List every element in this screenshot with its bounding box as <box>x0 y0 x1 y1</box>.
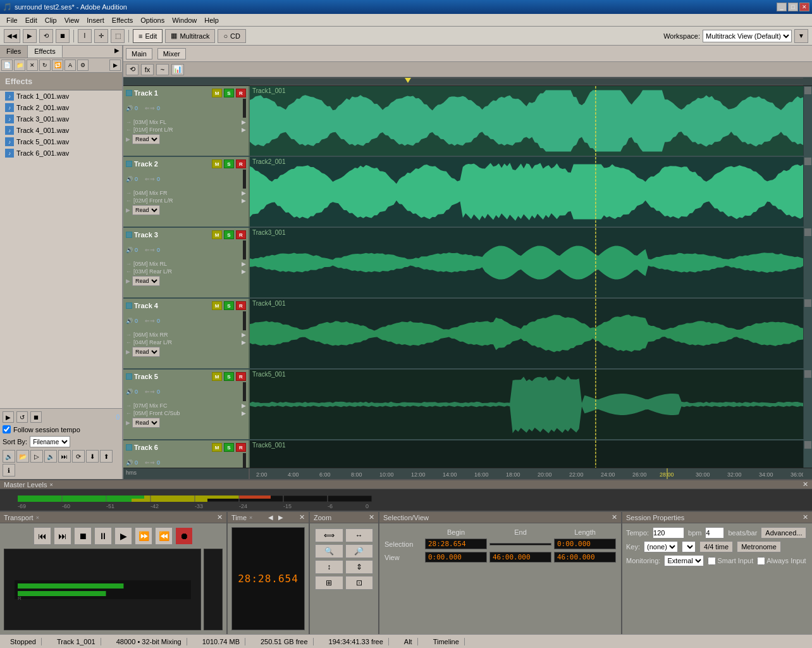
tempo-input[interactable] <box>653 527 684 539</box>
transport-close[interactable]: ✕ <box>217 513 223 521</box>
time-sig-select[interactable]: 4/4 time <box>699 541 733 552</box>
menu-insert[interactable]: Insert <box>83 15 108 25</box>
track-scrollbar-6[interactable] <box>803 440 812 468</box>
session-close[interactable]: ✕ <box>803 513 808 521</box>
file-item[interactable]: ♪ Track 4_001.wav <box>0 125 122 136</box>
tab-effects[interactable]: Effects <box>28 46 62 58</box>
close-btn[interactable]: ✕ <box>799 3 809 11</box>
output1-expand-5[interactable]: ▶ <box>242 402 246 409</box>
record-btn-2[interactable]: R <box>236 159 246 168</box>
track-waveform-1[interactable]: Track1_001 <box>250 86 803 156</box>
file-item[interactable]: ♪ Track 2_001.wav <box>0 102 122 113</box>
go-end-btn[interactable]: ⏭ <box>54 527 71 545</box>
edit-mode-btn[interactable]: ≡ Edit <box>133 29 163 43</box>
track-scrollbar-3[interactable] <box>803 228 812 297</box>
sort-select[interactable]: Filename <box>30 436 70 447</box>
btn-import[interactable]: ⬇ <box>86 450 99 463</box>
time-close[interactable]: ✕ <box>299 513 305 521</box>
selection-close[interactable]: ✕ <box>612 513 617 521</box>
mute-btn-6[interactable]: M <box>212 443 222 452</box>
smart-input-cb[interactable] <box>708 557 716 565</box>
track-waveform-6[interactable]: Track6_001 <box>250 440 803 468</box>
play-btn[interactable]: ▶ <box>3 411 14 423</box>
loop-btn[interactable]: ↺ <box>16 411 28 423</box>
output2-expand-5[interactable]: ▶ <box>242 410 246 416</box>
output2-expand-1[interactable]: ▶ <box>242 127 246 133</box>
stop-btn[interactable]: ⏹ <box>30 411 42 423</box>
menu-view[interactable]: View <box>61 15 83 25</box>
track-waveform-4[interactable]: Track4_001 <box>250 299 803 368</box>
btn-folder[interactable]: 📂 <box>16 450 29 463</box>
menu-clip[interactable]: Clip <box>41 15 61 25</box>
track-scrollbar-2[interactable] <box>803 157 812 227</box>
file-item[interactable]: ♪ Track 6_001.wav <box>0 147 122 159</box>
play-btn[interactable]: ▶ <box>114 527 132 545</box>
mute-btn-5[interactable]: M <box>212 372 222 381</box>
stop-btn[interactable]: ⏹ <box>74 527 92 545</box>
solo-btn-4[interactable]: S <box>224 301 234 310</box>
panel-settings-btn[interactable]: ⚙ <box>77 59 89 71</box>
mode-expand-2[interactable]: ▶ <box>126 207 130 213</box>
output2-expand-4[interactable]: ▶ <box>242 339 246 346</box>
panel-expand-btn[interactable]: ▶ <box>109 59 121 71</box>
mute-btn-2[interactable]: M <box>212 159 222 168</box>
record-btn-1[interactable]: R <box>236 89 246 97</box>
master-levels-close[interactable]: ✕ <box>803 480 808 489</box>
solo-btn-3[interactable]: S <box>224 230 234 239</box>
menu-help[interactable]: Help <box>200 15 223 25</box>
output1-expand-3[interactable]: ▶ <box>242 261 246 267</box>
output1-expand-4[interactable]: ▶ <box>242 332 246 338</box>
zoom-close[interactable]: ✕ <box>369 513 374 521</box>
menu-options[interactable]: Options <box>137 15 168 25</box>
tab-files[interactable]: Files <box>0 46 28 58</box>
solo-btn-5[interactable]: S <box>224 372 234 381</box>
menu-effects[interactable]: Effects <box>108 15 137 25</box>
mode-expand-4[interactable]: ▶ <box>126 349 130 355</box>
fx-btn[interactable]: fx <box>141 64 154 75</box>
menu-window[interactable]: Window <box>168 15 200 25</box>
btn-arrow[interactable]: ▷ <box>30 450 43 463</box>
btn-export[interactable]: ⬆ <box>100 450 113 463</box>
output1-expand-2[interactable]: ▶ <box>242 190 246 196</box>
sel-length[interactable]: 0:00.000 <box>554 539 616 549</box>
record-btn[interactable]: ⏺ <box>175 527 193 545</box>
toolbar-btn-4[interactable]: ⏹ <box>56 29 70 43</box>
panel-close-btn[interactable]: ✕ <box>27 59 38 71</box>
maximize-btn[interactable]: □ <box>788 3 798 11</box>
menu-file[interactable]: File <box>3 15 22 25</box>
workspace-options[interactable]: ▼ <box>794 29 808 43</box>
solo-btn-6[interactable]: S <box>224 443 234 452</box>
btn-skip[interactable]: ⏭ <box>58 450 71 463</box>
toolbar-btn-3[interactable]: ⟲ <box>39 29 53 43</box>
zoom-in[interactable]: 🔍 <box>315 544 343 558</box>
follow-tempo-checkbox[interactable] <box>3 425 11 433</box>
btn-info[interactable]: ℹ <box>3 464 15 477</box>
mute-btn-3[interactable]: M <box>212 230 222 239</box>
view-begin[interactable]: 0:00.000 <box>425 552 487 563</box>
track-waveform-3[interactable]: Track3_001 <box>250 228 803 297</box>
mode-select-2[interactable]: Read <box>132 205 160 215</box>
toolbar-btn-2[interactable]: ▶ <box>23 29 37 43</box>
tab-mixer[interactable]: Mixer <box>157 48 186 59</box>
multitrack-mode-btn[interactable]: ▦ Multitrack <box>165 29 215 43</box>
solo-btn-1[interactable]: S <box>224 89 234 97</box>
env-btn[interactable]: ~ <box>156 64 169 75</box>
mode-select-3[interactable]: Read <box>132 276 160 286</box>
track-waveform-2[interactable]: Track2_001 <box>250 157 803 227</box>
workspace-select[interactable]: Multitrack View (Default) <box>703 30 792 42</box>
rewind-btn[interactable]: ⟲ <box>126 64 138 75</box>
zoom-out[interactable]: 🔎 <box>345 544 374 558</box>
tab-main[interactable]: Main <box>126 48 152 59</box>
panel-open-btn[interactable]: 📁 <box>14 59 25 71</box>
go-start-btn[interactable]: ⏮ <box>34 527 51 545</box>
key-type-select[interactable] <box>682 541 696 552</box>
mode-expand-5[interactable]: ▶ <box>126 420 130 426</box>
beats-input[interactable] <box>705 527 724 539</box>
sel-end[interactable] <box>489 543 551 545</box>
cursor-tool[interactable]: I <box>78 29 92 43</box>
panel-arrow[interactable]: ▶ <box>112 46 122 58</box>
time-prev[interactable]: ◀ <box>266 514 275 521</box>
metronome-btn[interactable]: Metronome <box>737 541 781 552</box>
zoom-v-out[interactable]: ⇕ <box>345 560 374 574</box>
output2-expand-2[interactable]: ▶ <box>242 197 246 204</box>
